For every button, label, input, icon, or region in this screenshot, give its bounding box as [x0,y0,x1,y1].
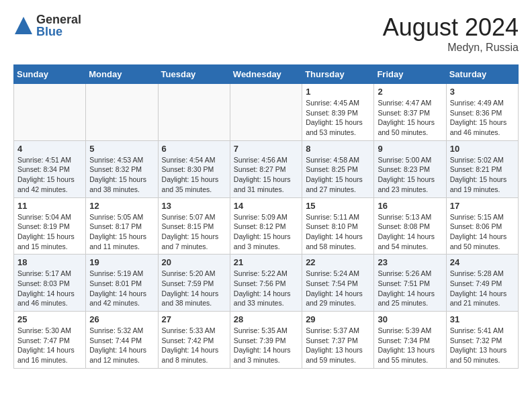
day-info: Sunrise: 5:17 AMSunset: 8:03 PMDaylight:… [17,269,82,308]
weekday-header-friday: Friday [374,65,446,84]
weekday-header-tuesday: Tuesday [158,65,230,84]
day-number: 29 [306,314,370,324]
day-number: 4 [17,144,82,154]
calendar-cell: 19Sunrise: 5:19 AMSunset: 8:01 PMDayligh… [86,255,158,312]
day-number: 3 [450,87,515,97]
page-header: General Blue August 2024 Medyn, Russia [13,13,519,54]
calendar-cell: 11Sunrise: 5:04 AMSunset: 8:19 PMDayligh… [14,197,86,255]
day-number: 1 [306,87,370,97]
day-number: 19 [89,257,154,267]
day-info: Sunrise: 4:53 AMSunset: 8:32 PMDaylight:… [89,155,154,195]
week-row-2: 4Sunrise: 4:51 AMSunset: 8:34 PMDaylight… [14,140,519,197]
calendar-cell: 15Sunrise: 5:11 AMSunset: 8:10 PMDayligh… [302,197,374,255]
day-number: 28 [234,314,298,324]
calendar-cell: 17Sunrise: 5:15 AMSunset: 8:06 PMDayligh… [446,197,518,255]
day-number: 2 [378,87,442,97]
calendar-cell: 26Sunrise: 5:32 AMSunset: 7:44 PMDayligh… [86,312,158,369]
day-info: Sunrise: 4:45 AMSunset: 8:39 PMDaylight:… [306,98,370,138]
calendar-cell: 31Sunrise: 5:41 AMSunset: 7:32 PMDayligh… [446,312,518,369]
day-info: Sunrise: 5:11 AMSunset: 8:10 PMDaylight:… [306,212,370,252]
day-number: 14 [234,201,298,211]
day-info: Sunrise: 4:56 AMSunset: 8:27 PMDaylight:… [234,155,298,195]
calendar-cell: 29Sunrise: 5:37 AMSunset: 7:37 PMDayligh… [302,312,374,369]
weekday-header-row: SundayMondayTuesdayWednesdayThursdayFrid… [14,65,519,84]
day-number: 31 [450,314,515,324]
calendar-cell [158,84,230,141]
day-number: 6 [162,144,226,154]
day-info: Sunrise: 5:26 AMSunset: 7:51 PMDaylight:… [378,269,442,308]
calendar-cell: 1Sunrise: 4:45 AMSunset: 8:39 PMDaylight… [302,84,374,141]
calendar-cell: 30Sunrise: 5:39 AMSunset: 7:34 PMDayligh… [374,312,446,369]
weekday-header-saturday: Saturday [446,65,518,84]
calendar-cell: 27Sunrise: 5:33 AMSunset: 7:42 PMDayligh… [158,312,230,369]
day-info: Sunrise: 5:39 AMSunset: 7:34 PMDaylight:… [378,326,442,365]
day-info: Sunrise: 5:20 AMSunset: 7:59 PMDaylight:… [162,269,226,308]
svg-marker-0 [15,17,32,34]
day-number: 26 [89,314,154,324]
day-info: Sunrise: 5:28 AMSunset: 7:49 PMDaylight:… [450,269,515,308]
calendar-cell: 4Sunrise: 4:51 AMSunset: 8:34 PMDaylight… [14,140,86,197]
calendar-cell: 16Sunrise: 5:13 AMSunset: 8:08 PMDayligh… [374,197,446,255]
calendar-cell: 21Sunrise: 5:22 AMSunset: 7:56 PMDayligh… [230,255,302,312]
calendar-cell: 13Sunrise: 5:07 AMSunset: 8:15 PMDayligh… [158,197,230,255]
day-number: 15 [306,201,370,211]
day-number: 7 [234,144,298,154]
day-info: Sunrise: 5:07 AMSunset: 8:15 PMDaylight:… [162,212,226,252]
day-info: Sunrise: 5:22 AMSunset: 7:56 PMDaylight:… [234,269,298,308]
calendar-cell: 2Sunrise: 4:47 AMSunset: 8:37 PMDaylight… [374,84,446,141]
title-block: August 2024 Medyn, Russia [383,13,519,54]
calendar-cell: 12Sunrise: 5:05 AMSunset: 8:17 PMDayligh… [86,197,158,255]
calendar-cell [14,84,86,141]
calendar-cell: 22Sunrise: 5:24 AMSunset: 7:54 PMDayligh… [302,255,374,312]
day-number: 18 [17,257,82,267]
day-number: 30 [378,314,442,324]
calendar-cell: 14Sunrise: 5:09 AMSunset: 8:12 PMDayligh… [230,197,302,255]
calendar-cell: 28Sunrise: 5:35 AMSunset: 7:39 PMDayligh… [230,312,302,369]
day-info: Sunrise: 5:15 AMSunset: 8:06 PMDaylight:… [450,212,515,252]
weekday-header-thursday: Thursday [302,65,374,84]
logo-icon [13,15,34,36]
day-number: 9 [378,144,442,154]
day-number: 22 [306,257,370,267]
day-info: Sunrise: 5:32 AMSunset: 7:44 PMDaylight:… [89,326,154,365]
day-info: Sunrise: 4:54 AMSunset: 8:30 PMDaylight:… [162,155,226,195]
day-number: 13 [162,201,226,211]
day-number: 8 [306,144,370,154]
day-info: Sunrise: 5:02 AMSunset: 8:21 PMDaylight:… [450,155,515,195]
day-number: 25 [17,314,82,324]
calendar-subtitle: Medyn, Russia [383,42,519,54]
calendar-cell: 9Sunrise: 5:00 AMSunset: 8:23 PMDaylight… [374,140,446,197]
week-row-1: 1Sunrise: 4:45 AMSunset: 8:39 PMDaylight… [14,84,519,141]
day-info: Sunrise: 5:35 AMSunset: 7:39 PMDaylight:… [234,326,298,365]
day-info: Sunrise: 5:30 AMSunset: 7:47 PMDaylight:… [17,326,82,365]
calendar-cell: 25Sunrise: 5:30 AMSunset: 7:47 PMDayligh… [14,312,86,369]
weekday-header-monday: Monday [86,65,158,84]
calendar-cell: 7Sunrise: 4:56 AMSunset: 8:27 PMDaylight… [230,140,302,197]
day-info: Sunrise: 5:19 AMSunset: 8:01 PMDaylight:… [89,269,154,308]
week-row-3: 11Sunrise: 5:04 AMSunset: 8:19 PMDayligh… [14,197,519,255]
day-number: 20 [162,257,226,267]
day-number: 23 [378,257,442,267]
calendar-cell: 24Sunrise: 5:28 AMSunset: 7:49 PMDayligh… [446,255,518,312]
logo-general: General [36,13,81,26]
day-info: Sunrise: 5:00 AMSunset: 8:23 PMDaylight:… [378,155,442,195]
logo: General Blue [13,13,81,38]
logo-blue: Blue [36,26,81,38]
day-number: 17 [450,201,515,211]
calendar-cell [230,84,302,141]
calendar-cell: 10Sunrise: 5:02 AMSunset: 8:21 PMDayligh… [446,140,518,197]
day-number: 16 [378,201,442,211]
calendar-cell: 6Sunrise: 4:54 AMSunset: 8:30 PMDaylight… [158,140,230,197]
weekday-header-sunday: Sunday [14,65,86,84]
day-info: Sunrise: 5:13 AMSunset: 8:08 PMDaylight:… [378,212,442,252]
week-row-5: 25Sunrise: 5:30 AMSunset: 7:47 PMDayligh… [14,312,519,369]
calendar-cell: 5Sunrise: 4:53 AMSunset: 8:32 PMDaylight… [86,140,158,197]
day-number: 5 [89,144,154,154]
day-number: 27 [162,314,226,324]
day-info: Sunrise: 4:58 AMSunset: 8:25 PMDaylight:… [306,155,370,195]
day-info: Sunrise: 5:05 AMSunset: 8:17 PMDaylight:… [89,212,154,252]
day-info: Sunrise: 5:04 AMSunset: 8:19 PMDaylight:… [17,212,82,252]
day-number: 21 [234,257,298,267]
day-info: Sunrise: 5:09 AMSunset: 8:12 PMDaylight:… [234,212,298,252]
calendar-cell: 3Sunrise: 4:49 AMSunset: 8:36 PMDaylight… [446,84,518,141]
